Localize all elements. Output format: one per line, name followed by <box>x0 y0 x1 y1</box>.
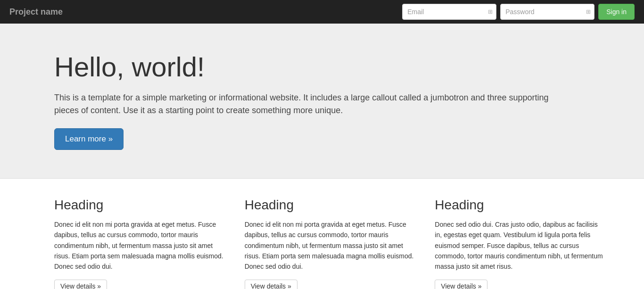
email-input-wrapper: ⊞ <box>402 4 496 20</box>
email-icon: ⊞ <box>488 8 493 15</box>
column-2-body: Donec id elit non mi porta gravida at eg… <box>245 219 416 272</box>
password-input[interactable] <box>500 4 594 20</box>
learn-more-button[interactable]: Learn more » <box>54 128 124 150</box>
password-input-wrapper: ⊞ <box>500 4 594 20</box>
column-1-heading: Heading <box>54 198 226 213</box>
column-1: Heading Donec id elit non mi porta gravi… <box>54 198 226 289</box>
column-1-body: Donec id elit non mi porta gravida at eg… <box>54 219 226 272</box>
signin-button[interactable]: Sign in <box>598 4 635 20</box>
jumbotron-description: This is a template for a simple marketin… <box>54 91 573 117</box>
column-2-view-details-button[interactable]: View details » <box>245 280 297 289</box>
jumbotron: Hello, world! This is a template for a s… <box>0 24 644 179</box>
jumbotron-heading: Hello, world! <box>54 52 606 82</box>
password-icon: ⊞ <box>586 8 591 15</box>
column-1-view-details-button[interactable]: View details » <box>54 280 107 289</box>
navbar-form: ⊞ ⊞ Sign in <box>402 4 635 20</box>
columns: Heading Donec id elit non mi porta gravi… <box>54 198 606 289</box>
navbar: Project name ⊞ ⊞ Sign in <box>0 0 644 24</box>
column-3-body: Donec sed odio dui. Cras justo odio, dap… <box>435 219 606 272</box>
column-2-heading: Heading <box>245 198 416 213</box>
column-3-view-details-button[interactable]: View details » <box>435 280 487 289</box>
navbar-brand: Project name <box>9 7 63 17</box>
column-3: Heading Donec sed odio dui. Cras justo o… <box>435 198 606 289</box>
email-input[interactable] <box>402 4 496 20</box>
column-2: Heading Donec id elit non mi porta gravi… <box>245 198 416 289</box>
content-section: Heading Donec id elit non mi porta gravi… <box>0 179 644 289</box>
column-3-heading: Heading <box>435 198 606 213</box>
